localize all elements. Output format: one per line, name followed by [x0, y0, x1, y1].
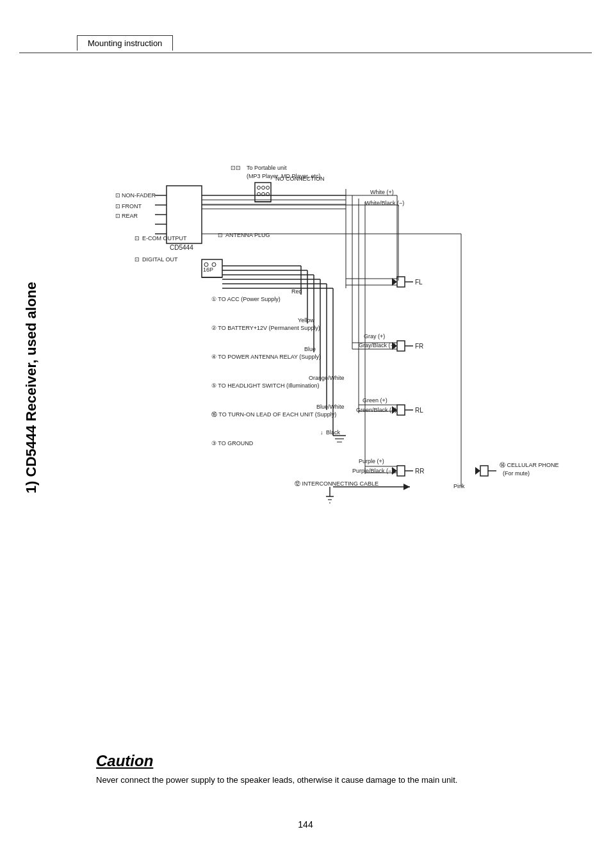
rr-label: RR: [415, 468, 424, 475]
ecom-label: E-COM OUTPUT: [142, 235, 187, 242]
rl-label: RL: [415, 407, 423, 414]
blue-white-label: Blue/White: [316, 404, 345, 410]
antenna-relay-label: ④ TO POWER ANTENNA RELAY (Supply): [211, 354, 321, 360]
cellular-label: ⑭ CELLULAR PHONE: [500, 462, 559, 468]
page-title: 1) CD5444 Receiver, used alone: [23, 282, 40, 493]
no-connection-connector: [255, 183, 271, 202]
antenna-label: ANTENNA PLUG: [225, 232, 270, 238]
digital-icon: ⊡: [134, 256, 140, 263]
white-pos-label: White (+): [370, 189, 394, 195]
rr-connector: RR: [392, 466, 424, 476]
gray-pos-label: Gray (+): [364, 333, 385, 340]
antenna-icon: ⊡: [218, 232, 223, 238]
purple-pos-label: Purple (+): [359, 458, 384, 464]
acc-label: ① TO ACC (Power Supply): [211, 296, 281, 302]
rl-connector: RL: [392, 405, 423, 415]
svg-rect-44: [480, 466, 488, 476]
non-fader-icon-label: ⊡: [115, 192, 120, 199]
rear-icon: ⊡: [115, 213, 120, 219]
fl-label: FL: [415, 279, 423, 286]
ground-label: ③ TO GROUND: [211, 440, 254, 446]
svg-marker-25: [392, 278, 397, 286]
non-fader-label: NON-FADER: [122, 192, 156, 199]
headlight-label: ⑤ TO HEADLIGHT SWITCH (Illumination): [211, 382, 320, 389]
svg-point-8: [212, 263, 216, 266]
rear-label: REAR: [122, 213, 138, 219]
fl-connector: FL: [392, 277, 423, 287]
cellular-sub-label: (For mute): [503, 470, 530, 477]
white-black-neg-label: White/Black (−): [365, 200, 404, 206]
cellular-connector: [475, 466, 496, 476]
interconnecting-label: ⑫ INTERCONNECTING CABLE: [295, 480, 379, 487]
caution-text: Never connect the power supply to the sp…: [96, 775, 579, 785]
battery-label: ② TO BATTERY+12V (Permanent Supply): [211, 325, 320, 331]
svg-point-71: [266, 186, 270, 190]
svg-marker-43: [475, 467, 480, 475]
cd5444-label: CD5444: [170, 244, 193, 251]
green-black-neg-label: Green/Black (−): [356, 407, 396, 413]
to-portable-label: To Portable unit: [247, 165, 287, 171]
green-pos-label: Green (+): [363, 397, 387, 404]
fr-connector: FR: [392, 341, 423, 351]
turn-on-label: ⑯ TO TURN-ON LEAD OF EACH UNIT (Supply): [211, 411, 336, 418]
caution-title: Caution: [96, 752, 579, 770]
svg-rect-33: [397, 341, 405, 351]
no-connection-label: NO CONNECTION: [275, 176, 325, 182]
svg-marker-47: [403, 484, 410, 490]
fr-label: FR: [415, 343, 423, 350]
svg-rect-36: [397, 405, 405, 415]
page-number: 144: [298, 819, 313, 830]
ground-icon: ↓: [320, 429, 323, 436]
front-label: FRONT: [122, 203, 142, 209]
red-label: Red: [291, 288, 302, 295]
caution-section: Caution Never connect the power supply t…: [96, 752, 579, 785]
svg-rect-68: [255, 183, 271, 202]
digital-label: DIGITAL OUT: [142, 256, 178, 263]
svg-rect-39: [397, 466, 405, 476]
svg-point-69: [257, 186, 261, 190]
blue-label: Blue: [304, 346, 316, 352]
16p-label: 16P: [203, 266, 213, 273]
wiring-diagram: ⊡ NON-FADER ⊡ FRONT ⊡ REAR ⊡ E-COM OUTPU…: [96, 70, 576, 570]
front-icon: ⊡: [115, 203, 120, 209]
black-label: Black: [326, 429, 341, 436]
header-line: [19, 53, 592, 53]
svg-point-70: [262, 186, 265, 190]
yellow-label: Yellow: [298, 317, 314, 323]
ecom-icon: ⊡: [134, 235, 140, 242]
header-tab-label: Mounting instruction: [88, 38, 162, 48]
header-tab: Mounting instruction: [77, 35, 173, 51]
pink-label: Pink: [453, 483, 465, 489]
to-portable-icon: ⊡⊡: [231, 165, 241, 171]
diagram-area: ⊡ NON-FADER ⊡ FRONT ⊡ REAR ⊡ E-COM OUTPU…: [96, 70, 576, 570]
